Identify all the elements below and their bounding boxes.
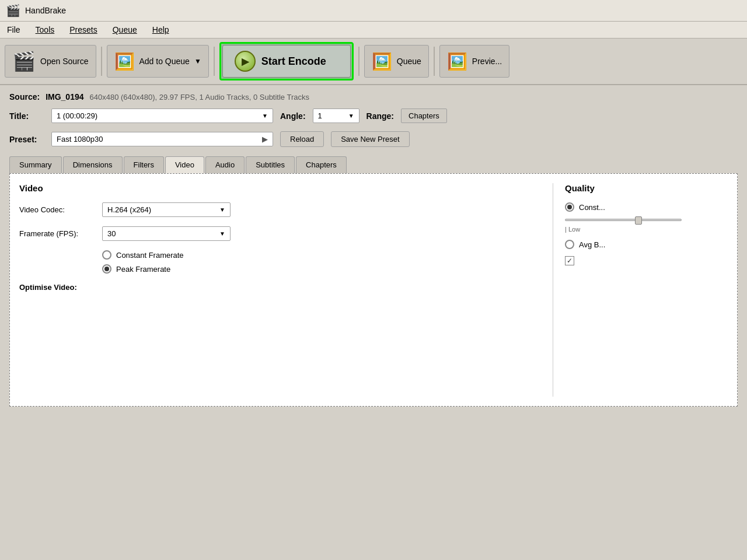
video-section-title: Video	[19, 183, 541, 193]
peak-framerate-option[interactable]: Peak Framerate	[102, 264, 541, 274]
menu-presets[interactable]: Presets	[67, 24, 99, 36]
menu-bar: File Tools Presets Queue Help	[0, 22, 747, 38]
tab-chapters[interactable]: Chapters	[296, 156, 347, 173]
constant-framerate-radio[interactable]	[102, 250, 111, 260]
framerate-radio-group: Constant Framerate Peak Framerate	[102, 250, 541, 274]
framerate-dropdown[interactable]: 30 ▼	[102, 226, 231, 241]
constant-framerate-option[interactable]: Constant Framerate	[102, 250, 541, 260]
framerate-row: Framerate (FPS): 30 ▼	[19, 226, 541, 241]
app-icon: 🎬	[6, 4, 20, 18]
tab-video[interactable]: Video	[165, 156, 204, 173]
framerate-chevron-icon: ▼	[219, 230, 225, 237]
add-to-queue-icon: 🖼️	[114, 52, 135, 71]
menu-queue[interactable]: Queue	[110, 24, 139, 36]
open-source-icon: 🎬	[12, 50, 36, 72]
avg-bitrate-option[interactable]: Avg B...	[565, 240, 728, 249]
tab-filters[interactable]: Filters	[124, 156, 164, 173]
codec-label: Video Codec:	[19, 205, 95, 214]
quality-slider-thumb[interactable]	[635, 216, 642, 225]
title-bar: 🎬 HandBrake	[0, 0, 747, 22]
add-to-queue-label: Add to Queue	[139, 57, 190, 66]
framerate-label: Framerate (FPS):	[19, 229, 95, 238]
toolbar-separator-3	[358, 47, 359, 76]
menu-tools[interactable]: Tools	[33, 24, 57, 36]
title-row: Title: 1 (00:00:29) ▼ Angle: 1 ▼ Range: …	[9, 108, 738, 123]
codec-chevron-icon: ▼	[219, 206, 225, 213]
range-label: Range:	[366, 111, 394, 121]
queue-icon: 🖼️	[372, 52, 392, 71]
angle-chevron-icon: ▼	[348, 113, 354, 119]
video-section: Video Video Codec: H.264 (x264) ▼ Framer…	[19, 183, 553, 397]
avg-bitrate-label: Avg B...	[579, 240, 605, 249]
add-to-queue-button[interactable]: 🖼️ Add to Queue ▼	[107, 45, 209, 78]
quality-section: Quality Const... | Low Avg B...	[553, 183, 728, 397]
quality-low-label: | Low	[565, 226, 580, 233]
toolbar: 🎬 Open Source 🖼️ Add to Queue ▼ ▶ Start …	[0, 38, 747, 85]
preset-row: Preset: Fast 1080p30 ▶ Reload Save New P…	[9, 131, 738, 147]
preview-button[interactable]: 🖼️ Previe...	[439, 45, 509, 78]
avg-bitrate-radio[interactable]	[565, 240, 574, 249]
menu-help[interactable]: Help	[150, 24, 172, 36]
codec-dropdown[interactable]: H.264 (x264) ▼	[102, 202, 231, 217]
source-info: 640x480 (640x480), 29.97 FPS, 1 Audio Tr…	[90, 93, 310, 102]
toolbar-separator-4	[434, 47, 435, 76]
source-label: Source:	[9, 92, 40, 102]
tab-summary[interactable]: Summary	[9, 156, 62, 173]
tab-subtitles[interactable]: Subtitles	[246, 156, 295, 173]
tab-content: Video Video Codec: H.264 (x264) ▼ Framer…	[9, 173, 738, 407]
queue-label: Queue	[397, 57, 421, 66]
play-icon: ▶	[235, 51, 256, 72]
title-label: Title:	[9, 111, 44, 121]
tab-audio[interactable]: Audio	[205, 156, 245, 173]
preview-label: Previe...	[472, 57, 502, 66]
chapters-button[interactable]: Chapters	[401, 108, 447, 123]
quality-section-title: Quality	[565, 183, 728, 193]
preset-arrow-icon: ▶	[262, 135, 268, 144]
start-encode-button[interactable]: ▶ Start Encode	[222, 45, 351, 78]
start-encode-label: Start Encode	[261, 55, 326, 68]
angle-value: 1	[318, 111, 322, 120]
preset-dropdown[interactable]: Fast 1080p30 ▶	[51, 132, 273, 146]
codec-row: Video Codec: H.264 (x264) ▼	[19, 202, 541, 217]
tab-dimensions[interactable]: Dimensions	[63, 156, 123, 173]
open-source-button[interactable]: 🎬 Open Source	[5, 45, 96, 78]
peak-framerate-radio[interactable]	[102, 264, 111, 274]
toolbar-separator-2	[214, 47, 215, 76]
reload-button[interactable]: Reload	[280, 131, 324, 147]
preset-value: Fast 1080p30	[57, 135, 103, 144]
codec-value: H.264 (x264)	[107, 205, 151, 214]
title-value: 1 (00:00:29)	[57, 111, 97, 120]
quality-labels: | Low	[565, 226, 682, 233]
preset-label: Preset:	[9, 135, 44, 144]
source-row: Source: IMG_0194 640x480 (640x480), 29.9…	[9, 92, 738, 102]
constant-quality-radio[interactable]	[565, 202, 574, 212]
quality-slider-container: | Low	[565, 219, 728, 233]
constant-quality-option[interactable]: Const...	[565, 202, 728, 212]
peak-framerate-label: Peak Framerate	[116, 265, 170, 274]
preview-icon: 🖼️	[447, 52, 467, 71]
start-encode-wrapper: ▶ Start Encode	[219, 42, 354, 80]
title-chevron-icon: ▼	[262, 113, 268, 119]
checkbox-control[interactable]	[565, 256, 574, 265]
quality-slider[interactable]	[565, 219, 682, 221]
tabs-container: Summary Dimensions Filters Video Audio S…	[9, 156, 738, 173]
open-source-label: Open Source	[40, 57, 89, 66]
title-dropdown[interactable]: 1 (00:00:29) ▼	[51, 108, 273, 123]
play-triangle: ▶	[242, 56, 249, 67]
dropdown-arrow-icon: ▼	[194, 57, 201, 65]
angle-dropdown[interactable]: 1 ▼	[313, 108, 359, 123]
queue-button[interactable]: 🖼️ Queue	[364, 45, 429, 78]
toolbar-separator-1	[101, 47, 102, 76]
framerate-value: 30	[107, 229, 116, 238]
source-filename: IMG_0194	[46, 92, 83, 102]
save-new-preset-button[interactable]: Save New Preset	[331, 131, 409, 147]
checkbox-item	[565, 256, 728, 265]
app-title: HandBrake	[25, 6, 66, 15]
menu-file[interactable]: File	[5, 24, 23, 36]
constant-framerate-label: Constant Framerate	[116, 251, 184, 260]
main-content: Source: IMG_0194 640x480 (640x480), 29.9…	[0, 85, 747, 414]
angle-label: Angle:	[280, 111, 306, 121]
constant-quality-label: Const...	[579, 203, 605, 212]
optimise-label: Optimise Video:	[19, 283, 541, 292]
